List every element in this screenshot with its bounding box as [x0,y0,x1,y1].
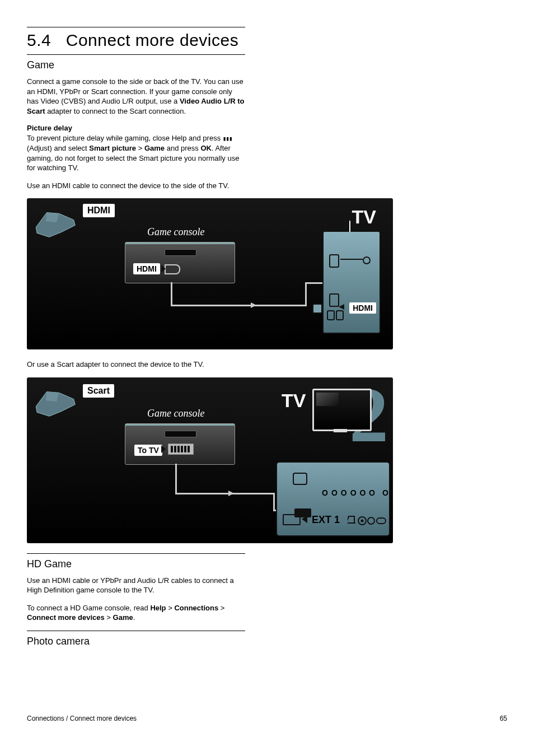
console-label: Game console [147,226,204,238]
paragraph: Use an HDMI cable to connect the device … [27,181,245,191]
tv-screen [312,389,372,431]
paragraph: To prevent picture delay while gaming, c… [27,133,245,172]
svg-point-2 [368,517,374,524]
tag-scart: Scart [83,384,114,398]
footer-path: Connections / Connect more devices [27,715,137,722]
tag-hdmi: HDMI [83,204,115,217]
adjust-icon: ▮▮▮ [223,135,232,143]
tv-back-panel: OOOOO O O EXT 1 [276,461,390,536]
port-hdmi: HDMI [133,263,160,274]
tv-panel [322,231,381,334]
tv-port-hdmi: HDMI [349,302,376,314]
sub-picture-delay: Picture delay [27,124,245,132]
scart-plug [168,444,194,455]
scart-socket [294,508,311,517]
port-totv: To TV [134,445,162,456]
console-label: Game console [147,408,204,419]
diagram-hdmi: HDMI Game console TV HDMI HDMI [27,198,393,349]
paragraph: Use an HDMI cable or YPbPr and Audio L/R… [27,576,245,595]
subsection-camera: Photo camera [27,636,245,647]
diagram-scart: Scart 2 Game console TV To TV [27,377,393,543]
svg-rect-3 [377,518,386,524]
hand-icon [31,382,82,421]
ext1-label: EXT 1 [312,514,340,526]
paragraph: Or use a Scart adapter to connect the de… [27,360,245,370]
svg-point-1 [361,519,364,522]
port-icons [348,515,387,526]
footer-page: 65 [500,715,507,722]
paragraph: To connect a HD Game console, read Help … [27,603,245,623]
section-number: 5.4 [27,31,51,49]
subsection-hdgame: HD Game [27,558,245,570]
subsection-game: Game [27,59,245,71]
tv-text: TV [282,390,306,412]
hdmi-plug [165,264,180,274]
section-heading: 5.4 Connect more devices [27,31,245,50]
game-console [125,242,235,283]
hand-icon [31,203,82,242]
tv-text: TV [352,206,376,228]
section-title: Connect more devices [66,31,238,49]
paragraph: Connect a game console to the side or ba… [27,77,245,116]
